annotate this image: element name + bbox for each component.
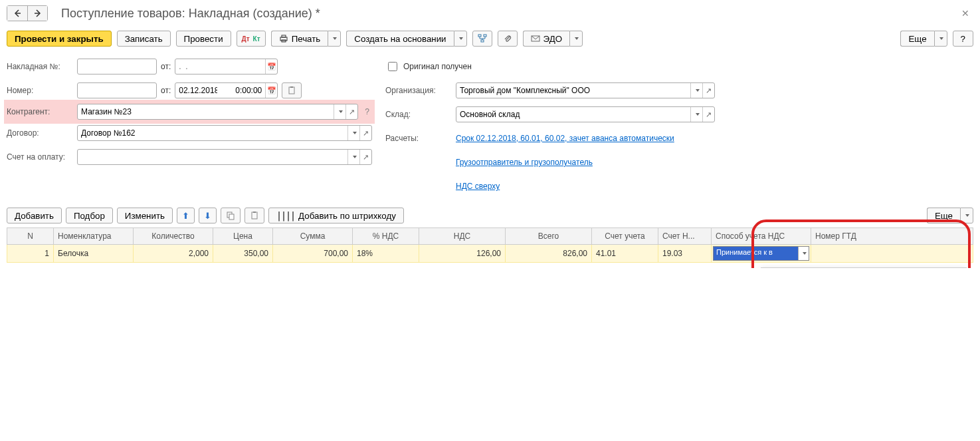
col-n[interactable]: N [7, 228, 54, 245]
cell-nomenclature[interactable]: Белочка [54, 245, 134, 263]
printer-icon [279, 34, 288, 43]
counterparty-open-icon[interactable]: ↗ [345, 104, 357, 119]
col-qty[interactable]: Количество [134, 228, 213, 245]
contract-input[interactable] [78, 126, 347, 140]
col-vat-mode[interactable]: Способ учета НДС [712, 228, 811, 245]
counterparty-select-icon[interactable] [334, 104, 345, 119]
more-button[interactable]: Еще [900, 31, 933, 47]
organization-input[interactable] [456, 83, 690, 98]
add-row-button[interactable]: Добавить [7, 208, 62, 223]
dtct-button[interactable]: ДтКт [237, 31, 266, 47]
col-account[interactable]: Счет учета [592, 228, 658, 245]
cell-account[interactable]: 41.01 [592, 245, 658, 263]
from-label-2: от: [161, 86, 171, 95]
forward-button[interactable] [27, 6, 47, 21]
shipper-link[interactable]: Грузоотправитель и грузополучатель [456, 158, 593, 167]
pick-button[interactable]: Подбор [66, 208, 113, 223]
edo-button[interactable]: ЭДО [523, 31, 570, 47]
create-based-dropdown[interactable] [454, 31, 467, 47]
more-dropdown[interactable] [934, 31, 947, 47]
col-gtd[interactable]: Номер ГТД [811, 228, 973, 245]
svg-rect-4 [484, 35, 486, 37]
col-price[interactable]: Цена [213, 228, 273, 245]
create-based-button[interactable]: Создать на основании [346, 31, 453, 47]
doc-time-input[interactable] [221, 83, 266, 98]
col-vat[interactable]: НДС [419, 228, 506, 245]
payment-account-label: Счет на оплату: [7, 152, 73, 162]
cell-gtd[interactable] [811, 245, 973, 263]
col-vat-pct[interactable]: % НДС [353, 228, 419, 245]
col-nomenclature[interactable]: Номенклатура [54, 228, 134, 245]
cell-total[interactable]: 826,00 [506, 245, 592, 263]
move-up-button[interactable]: ⬆ [177, 208, 195, 223]
main-toolbar: Провести и закрыть Записать Провести ДтК… [7, 31, 973, 47]
add-by-barcode-button[interactable]: |||| Добавить по штрихкоду [268, 208, 404, 223]
change-button[interactable]: Изменить [117, 208, 173, 223]
copy-button[interactable] [221, 208, 241, 223]
clipboard-button[interactable] [282, 82, 302, 98]
svg-rect-12 [253, 212, 256, 213]
cell-price[interactable]: 350,00 [213, 245, 273, 263]
warehouse-label: Склад: [385, 110, 452, 119]
back-button[interactable] [7, 6, 27, 21]
invoice-no-input[interactable] [78, 59, 156, 74]
calendar-icon[interactable]: 📅 [265, 59, 277, 74]
table-row[interactable]: 1 Белочка 2,000 350,00 700,00 18% 126,00… [7, 245, 973, 263]
warehouse-select-icon[interactable] [690, 107, 702, 122]
original-received-checkbox[interactable] [388, 62, 397, 71]
section-more-dropdown[interactable] [960, 208, 973, 223]
items-table: N Номенклатура Количество Цена Сумма % Н… [7, 227, 973, 263]
post-button[interactable]: Провести [176, 31, 231, 47]
edo-dropdown[interactable] [569, 31, 583, 47]
invoice-no-label: Накладная №: [7, 62, 73, 71]
col-total[interactable]: Всего [506, 228, 592, 245]
post-and-close-button[interactable]: Провести и закрыть [7, 31, 112, 47]
counterparty-label: Контрагент: [7, 107, 73, 116]
help-button[interactable]: ? [953, 31, 973, 47]
contract-open-icon[interactable]: ↗ [359, 126, 371, 140]
payment-select-icon[interactable] [347, 150, 359, 164]
settlements-link[interactable]: Срок 02.12.2018, 60.01, 60.02, зачет ава… [456, 134, 674, 143]
warehouse-open-icon[interactable]: ↗ [702, 107, 714, 122]
related-docs-button[interactable] [472, 31, 492, 47]
close-icon[interactable]: ✕ [957, 8, 973, 19]
warehouse-input[interactable] [456, 107, 690, 122]
write-button[interactable]: Записать [117, 31, 171, 47]
svg-rect-10 [229, 214, 234, 220]
paste-icon [250, 211, 259, 220]
barcode-icon: |||| [276, 211, 295, 221]
calendar-icon-2[interactable]: 📅 [265, 83, 277, 98]
paste-button[interactable] [245, 208, 264, 223]
invoice-date-input[interactable] [175, 59, 265, 74]
cell-vat-pct[interactable]: 18% [353, 245, 419, 263]
doc-date-input[interactable] [175, 83, 221, 98]
cell-qty[interactable]: 2,000 [134, 245, 213, 263]
cell-vat-mode[interactable]: Принимается к в [712, 245, 811, 263]
organization-select-icon[interactable] [690, 83, 702, 98]
move-down-button[interactable]: ⬇ [199, 208, 217, 223]
payment-account-input[interactable] [78, 150, 347, 164]
col-sum[interactable]: Сумма [273, 228, 353, 245]
counterparty-help[interactable]: ? [362, 107, 372, 116]
vat-mode-dropdown-panel: Принимается к вычету Учитывается в стоим… [761, 267, 967, 268]
attach-button[interactable] [498, 31, 518, 47]
number-input[interactable] [78, 83, 156, 98]
section-more-button[interactable]: Еще [927, 208, 960, 223]
print-dropdown[interactable] [328, 31, 341, 47]
vat-link[interactable]: НДС сверху [456, 182, 500, 191]
contract-label: Договор: [7, 128, 73, 138]
number-label: Номер: [7, 86, 73, 95]
cell-n[interactable]: 1 [7, 245, 54, 263]
settlements-label: Расчеты: [385, 134, 452, 143]
print-button[interactable]: Печать [271, 31, 328, 47]
organization-open-icon[interactable]: ↗ [702, 83, 714, 98]
cell-account-vat[interactable]: 19.03 [658, 245, 712, 263]
cell-vat[interactable]: 126,00 [419, 245, 506, 263]
counterparty-input[interactable] [78, 104, 334, 119]
cell-sum[interactable]: 700,00 [273, 245, 353, 263]
contract-select-icon[interactable] [347, 126, 359, 140]
nav-buttons [7, 5, 48, 21]
col-account-vat[interactable]: Счет Н... [658, 228, 712, 245]
vat-mode-dropdown-icon[interactable] [798, 247, 809, 260]
payment-open-icon[interactable]: ↗ [359, 150, 371, 164]
